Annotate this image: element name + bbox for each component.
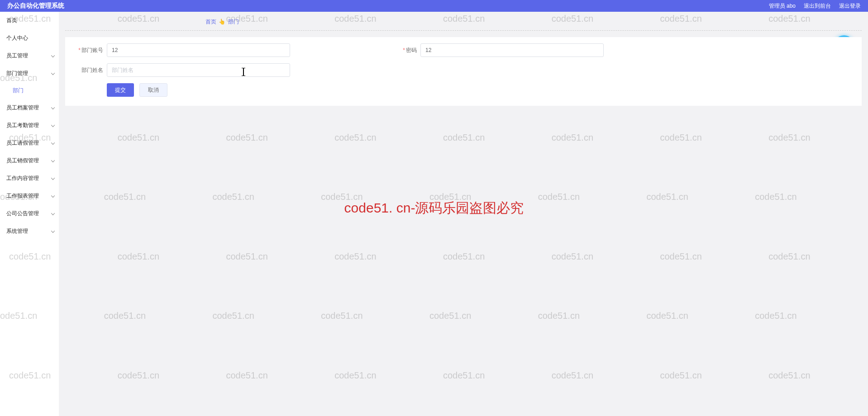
breadcrumb-home[interactable]: 首页 — [205, 19, 216, 25]
app-title: 办公自动化管理系统 — [7, 2, 64, 10]
sidebar-item-employee-mgmt[interactable]: 员工管理 — [0, 47, 59, 65]
sidebar-item-work-report-mgmt[interactable]: 工作报表管理 — [0, 187, 59, 205]
exit-to-front-link[interactable]: 退出到前台 — [804, 2, 831, 10]
sidebar-item-system-mgmt[interactable]: 系统管理 — [0, 222, 59, 240]
breadcrumb-current: 部门 — [228, 19, 239, 25]
form-group-password: *密码 — [385, 43, 604, 57]
account-input[interactable] — [107, 43, 290, 57]
main-content: 首页 👆 部门 *部门账号 *密码 部门姓名 — [59, 12, 868, 416]
form-group-name: 部门姓名 — [72, 63, 290, 77]
sidebar-item-home[interactable]: 首页 — [0, 12, 59, 29]
submit-button[interactable]: 提交 — [107, 83, 134, 97]
sidebar: 首页 个人中心 员工管理 部门管理 部门 员工档案管理 员工考勤管理 员工请假管… — [0, 12, 59, 416]
header-actions: 管理员 abo 退出到前台 退出登录 — [769, 2, 861, 10]
cancel-button[interactable]: 取消 — [139, 83, 167, 97]
name-label: 部门姓名 — [72, 66, 103, 74]
form-group-account: *部门账号 — [72, 43, 290, 57]
top-header: 办公自动化管理系统 管理员 abo 退出到前台 退出登录 — [0, 0, 868, 12]
sidebar-item-attendance-mgmt[interactable]: 员工考勤管理 — [0, 117, 59, 134]
sidebar-item-archive-mgmt[interactable]: 员工档案管理 — [0, 99, 59, 117]
sidebar-item-leave-cancel-mgmt[interactable]: 员工销假管理 — [0, 152, 59, 170]
sidebar-item-personal[interactable]: 个人中心 — [0, 29, 59, 47]
password-input[interactable] — [420, 43, 604, 57]
form-panel: *部门账号 *密码 部门姓名 提交 取消 — [65, 37, 862, 106]
sidebar-subitem-dept[interactable]: 部门 — [0, 82, 59, 99]
sidebar-item-leave-mgmt[interactable]: 员工请假管理 — [0, 134, 59, 152]
sidebar-item-dept-mgmt[interactable]: 部门管理 — [0, 65, 59, 82]
user-label[interactable]: 管理员 abo — [769, 2, 796, 10]
breadcrumb-sep-icon: 👆 — [219, 19, 225, 25]
sidebar-item-announcement-mgmt[interactable]: 公司公告管理 — [0, 205, 59, 222]
account-label: *部门账号 — [72, 47, 103, 54]
name-input[interactable] — [107, 63, 290, 77]
password-label: *密码 — [385, 47, 417, 54]
sidebar-item-work-content-mgmt[interactable]: 工作内容管理 — [0, 170, 59, 187]
logout-link[interactable]: 退出登录 — [839, 2, 861, 10]
breadcrumb: 首页 👆 部门 — [65, 15, 862, 31]
